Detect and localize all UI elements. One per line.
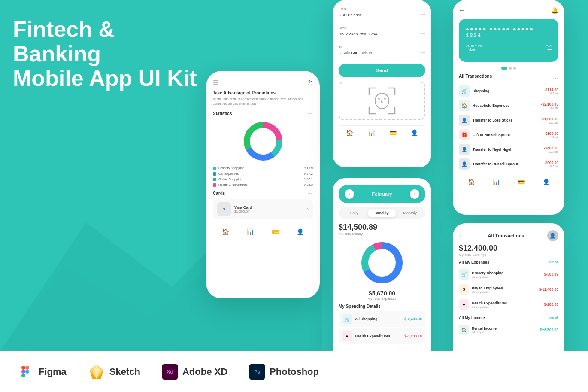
tab-monthly[interactable]: Monthly xyxy=(396,209,424,217)
svg-rect-15 xyxy=(25,366,29,370)
edit-from-icon[interactable]: ✏ xyxy=(421,12,425,18)
adobexd-label: Adobe XD xyxy=(182,366,227,377)
tx-joss: 👤 Transfer to Joss Sticks -$1,500.00 12 … xyxy=(459,115,558,126)
donut-chart xyxy=(213,120,313,163)
cards-menu[interactable]: ⋯ xyxy=(307,190,313,196)
spending-title: My Spending Details xyxy=(339,304,425,309)
phone1-navbar: 🏠 📊 💳 👤 xyxy=(213,225,313,235)
figma-tool: Figma xyxy=(17,363,67,380)
credit-card: ●●●●● ●●●●● ●●●●● 1234 VALID THRU 11/26 … xyxy=(459,19,558,62)
sketch-icon xyxy=(88,363,105,380)
card-dots xyxy=(459,67,558,70)
sketch-label: Sketch xyxy=(109,366,140,377)
sketch-tool: Sketch xyxy=(88,363,140,380)
nav4-card[interactable]: 💳 xyxy=(518,179,525,185)
promo-title: Take Advantage of Promotions xyxy=(213,91,313,95)
earnings-section: $12,400.00 My Total Earnings xyxy=(459,244,558,257)
user-avatar: 👤 xyxy=(547,230,558,241)
svg-point-16 xyxy=(25,370,29,374)
statistics-menu[interactable]: ⋯ xyxy=(307,110,313,116)
nav4-profile[interactable]: 👤 xyxy=(543,179,550,185)
phone-stats: ☰ ⏱ Take Advantage of Promotions Vestibu… xyxy=(206,71,320,298)
back-icon[interactable]: ← xyxy=(459,7,465,14)
tx-nigel: 👤 Transfer to Nigel Nigel -$400.00 11 Ap… xyxy=(459,144,558,155)
time-icon[interactable]: ⏱ xyxy=(307,79,313,86)
visa-card-item[interactable]: ✕ Visa Card $1,200.67 › xyxy=(213,199,313,219)
phone1-header: ☰ ⏱ xyxy=(213,79,313,86)
nav-card[interactable]: 💳 xyxy=(272,228,279,235)
svg-point-6 xyxy=(375,93,389,109)
svg-point-7 xyxy=(378,98,380,100)
figma-icon xyxy=(17,363,34,380)
back-icon-5[interactable]: ← xyxy=(459,232,465,239)
tx-shopping: 🛒 Shopping -$114.90 14 April xyxy=(459,85,558,97)
card-chevron[interactable]: › xyxy=(307,206,309,212)
card-amount: $1,200.67 xyxy=(234,210,252,213)
send-button[interactable]: Send xyxy=(339,64,425,77)
edit-to-icon[interactable]: ✏ xyxy=(421,50,425,55)
face-scan-area xyxy=(339,82,425,120)
prev-month-btn[interactable]: ‹ xyxy=(345,189,354,199)
bell-icon[interactable]: 🔔 xyxy=(551,7,558,14)
nav4-home[interactable]: 🏠 xyxy=(468,179,475,185)
legend-health: Health Expenditures xyxy=(218,183,248,187)
tab-weekly[interactable]: Weekly xyxy=(368,209,396,217)
card-name: Visa Card xyxy=(234,205,252,210)
svg-rect-13 xyxy=(21,370,25,374)
phone-transfer: From USD Balance ✏ IBAN AB12 3456 7890 1… xyxy=(333,0,431,167)
to-field: To Ursula Gurnmeister ✏ xyxy=(339,45,425,55)
iban-field: IBAN AB12 3456 7890 1234 ✏ xyxy=(339,26,425,36)
phone4-header: ← 🔔 xyxy=(459,7,558,14)
bottom-toolbar: Figma Sketch Xd Adobe XD Ps Photoshop xyxy=(0,351,588,392)
statistics-header: Statistics ⋯ xyxy=(213,110,313,116)
income-rental: 🏠 Rental Income 14 July 2021 $+6,500.00 xyxy=(459,322,558,337)
nav4-stats[interactable]: 📊 xyxy=(493,179,500,185)
nav-home[interactable]: 🏠 xyxy=(222,228,229,235)
total-earnings: $12,400.00 xyxy=(459,244,558,253)
transaction-list: 🛒 Shopping -$114.90 14 April 🏠 Household… xyxy=(459,85,558,170)
earnings-label: My Total Earnings xyxy=(459,253,558,257)
spending-all-shopping: 🛒 All Shopping $-2,400.90 xyxy=(339,311,425,327)
expenses-header: All My Expenses see all xyxy=(459,260,558,264)
next-month-btn[interactable]: › xyxy=(410,189,419,199)
budget-donut xyxy=(339,239,425,286)
month-label: February xyxy=(372,191,392,197)
svg-rect-14 xyxy=(21,374,25,377)
cards-section: Cards ⋯ ✕ Visa Card $1,200.67 › xyxy=(213,190,313,219)
nav2-home[interactable]: 🏠 xyxy=(346,129,353,136)
see-all-expenses[interactable]: see all xyxy=(549,260,558,264)
svg-rect-12 xyxy=(21,366,25,370)
from-field: From USD Balance ✏ xyxy=(339,7,425,18)
phone2-navbar: 🏠 📊 💳 👤 xyxy=(339,125,425,136)
total-money-label: My Total Money xyxy=(339,232,425,236)
nav2-stats[interactable]: 📊 xyxy=(367,129,375,136)
phone5-header: ← All Transactions 👤 xyxy=(459,230,558,241)
legend-car: Car Expenses xyxy=(218,172,239,176)
nav2-profile[interactable]: 👤 xyxy=(411,129,418,136)
tx-household: 🏠 Household Expenses -$2,100.45 13 April xyxy=(459,100,558,111)
card-number: ●●●●● ●●●●● ●●●●● 1234 xyxy=(466,26,552,39)
tab-daily[interactable]: Daily xyxy=(340,209,368,217)
nav-profile[interactable]: 👤 xyxy=(297,228,304,235)
spending-health: ♥ Health Expenditures $-1,230.10 xyxy=(339,328,425,344)
phone4-navbar: 🏠 📊 💳 👤 xyxy=(459,175,558,185)
legend-online: Online Shopping xyxy=(218,177,242,181)
nav-stats[interactable]: 📊 xyxy=(247,228,254,235)
total-money: $14,500.89 xyxy=(339,223,425,232)
phone5-title: All Transactions xyxy=(488,233,524,238)
photoshop-label: Photoshop xyxy=(270,366,319,377)
adobexd-tool: Xd Adobe XD xyxy=(162,364,227,380)
cards-label: Cards xyxy=(213,191,225,196)
card-logo: ✕ xyxy=(217,202,231,216)
income-header: All My Income see all xyxy=(459,316,558,320)
tx-gift: 🎁 Gift to Russell Sprout -$100.00 11 Apr… xyxy=(459,129,558,140)
nav2-card[interactable]: 💳 xyxy=(389,129,397,136)
see-all-income[interactable]: see all xyxy=(549,316,558,320)
legend: Grocery Shopping%16.9 Car Expenses%27.2 … xyxy=(213,166,313,187)
expense-grocery: 🛒 Grocery Shopping 22 July 2021 $-300.49 xyxy=(459,267,558,282)
hamburger-icon[interactable]: ☰ xyxy=(213,79,218,86)
photoshop-tool: Ps Photoshop xyxy=(249,364,319,380)
edit-iban-icon[interactable]: ✏ xyxy=(421,31,425,36)
transactions-menu[interactable]: ⋯ xyxy=(553,75,558,81)
total-expenses-label: My Total Expenses xyxy=(339,297,425,301)
